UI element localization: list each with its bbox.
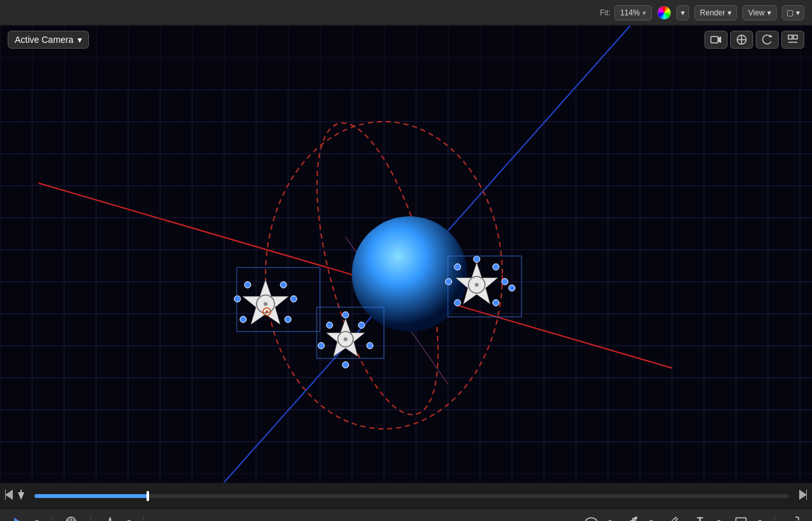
svg-marker-88 — [18, 492, 24, 500]
shape-tool-chevron[interactable]: ▾ — [604, 513, 616, 522]
sep-4 — [774, 515, 775, 522]
timeline-scrubber[interactable] — [147, 491, 149, 501]
svg-marker-90 — [799, 490, 807, 500]
pen-tool-btn[interactable] — [622, 513, 642, 522]
svg-marker-92 — [14, 518, 22, 522]
expand-btn[interactable] — [784, 513, 804, 522]
svg-rect-83 — [788, 35, 792, 39]
fit-chevron — [642, 8, 646, 17]
fit-dropdown[interactable]: 114% — [614, 5, 652, 20]
rect-tool-btn[interactable] — [731, 513, 751, 522]
fit-group: Fit: 114% — [600, 5, 651, 20]
view-chevron: ▾ — [767, 8, 771, 17]
viewport-background — [0, 26, 812, 483]
select-tool-chevron[interactable]: ▾ — [31, 513, 42, 522]
timeline-end-marker[interactable] — [799, 490, 807, 502]
timeline-bar — [0, 483, 812, 508]
sep-1 — [51, 515, 52, 522]
camera-dropdown-chevron: ▾ — [77, 35, 82, 45]
text-tool-btn[interactable]: T — [690, 513, 710, 522]
svg-point-99 — [635, 517, 637, 519]
pan-tool-chevron[interactable]: ▾ — [123, 513, 134, 522]
chevron-icon: ▾ — [681, 8, 685, 17]
rect-tool-group: ▾ — [731, 513, 765, 522]
svg-point-96 — [585, 518, 597, 522]
viewport-controls — [705, 31, 804, 49]
transform-view-btn[interactable] — [730, 31, 753, 49]
svg-line-100 — [674, 518, 676, 520]
top-toolbar: Fit: 114% ▾ Render ▾ View ▾ ▢ ▾ — [0, 0, 812, 26]
camera-view-btn[interactable] — [705, 31, 728, 49]
viewport[interactable]: Active Camera ▾ — [0, 26, 812, 483]
timeline-start-marker[interactable] — [5, 490, 13, 502]
orbit-tool-btn[interactable] — [61, 513, 81, 522]
rotate-view-btn[interactable] — [756, 31, 779, 49]
svg-marker-86 — [5, 490, 13, 500]
render-chevron: ▾ — [728, 8, 731, 17]
layout-view-btn[interactable] — [781, 31, 804, 49]
camera-dropdown-label: Active Camera — [15, 35, 74, 45]
select-tool-group: ▾ — [8, 513, 42, 522]
window-btn[interactable]: ▢ ▾ — [782, 5, 804, 20]
text-tool-group: T ▾ — [690, 513, 724, 522]
svg-rect-77 — [711, 36, 718, 43]
render-btn[interactable]: Render ▾ — [694, 5, 737, 20]
color-wheel-btn[interactable] — [657, 6, 671, 20]
pencil-tool-btn[interactable] — [663, 513, 683, 522]
sep-2 — [90, 515, 91, 522]
timeline-progress — [35, 494, 148, 498]
color-wheel-chevron-btn[interactable]: ▾ — [676, 5, 689, 20]
text-icon: T — [697, 516, 703, 522]
pan-tool-group: ▾ — [100, 513, 134, 522]
view-btn[interactable]: View ▾ — [742, 5, 777, 20]
window-icon: ▢ — [786, 8, 793, 17]
window-chevron: ▾ — [796, 8, 800, 17]
bottom-toolbar: ▾ ▾ ▾ — [0, 508, 812, 521]
shape-tool-btn[interactable] — [581, 513, 601, 522]
camera-label-area: Active Camera ▾ — [8, 31, 89, 49]
text-tool-chevron[interactable]: ▾ — [713, 513, 724, 522]
svg-rect-84 — [793, 35, 797, 39]
shape-tool-group: ▾ — [581, 513, 616, 522]
pan-tool-btn[interactable] — [100, 513, 120, 522]
svg-rect-101 — [736, 518, 746, 522]
pen-tool-group: ▾ — [622, 513, 657, 522]
fit-label: Fit: — [600, 8, 610, 17]
sep-3 — [143, 515, 144, 522]
camera-dropdown-btn[interactable]: Active Camera ▾ — [8, 31, 89, 49]
pen-tool-chevron[interactable]: ▾ — [645, 513, 657, 522]
scrubber-marker — [18, 490, 24, 500]
rect-tool-chevron[interactable]: ▾ — [754, 513, 765, 522]
timeline-track[interactable] — [35, 494, 789, 498]
select-tool-btn[interactable] — [8, 513, 28, 522]
